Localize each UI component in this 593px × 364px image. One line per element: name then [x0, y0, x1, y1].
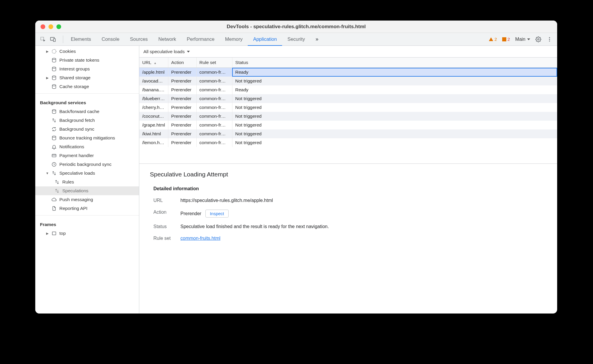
sidebar-item-bfcache[interactable]: Back/forward cache [35, 107, 139, 116]
sidebar-item-rules[interactable]: Rules [35, 178, 139, 186]
issues-count[interactable]: 2 [502, 37, 510, 42]
warnings-count[interactable]: 2 [489, 37, 497, 42]
cell-status: Not triggered [232, 121, 557, 129]
col-action[interactable]: Action [168, 58, 196, 68]
sidebar-item-periodic-sync[interactable]: Periodic background sync [35, 160, 139, 169]
zoom-icon[interactable] [56, 24, 61, 29]
cloud-icon [51, 197, 57, 203]
speculations-panel: All speculative loads URL▲ Action Rule s… [139, 46, 557, 314]
cell-url: /blueberr… [139, 94, 168, 103]
window-controls [35, 24, 61, 29]
database-icon [51, 135, 57, 141]
sidebar-item-payment[interactable]: Payment handler [35, 151, 139, 160]
cell-url: /lemon.h… [139, 138, 168, 147]
table-row[interactable]: /blueberr…Prerendercommon-fr…Not trigger… [139, 94, 557, 103]
table-row[interactable]: /coconut…Prerendercommon-fr…Not triggere… [139, 112, 557, 121]
svg-point-7 [52, 49, 56, 53]
sidebar-item-bounce[interactable]: Bounce tracking mitigations [35, 134, 139, 142]
issue-icon [502, 37, 506, 41]
sidebar-item-private-tokens[interactable]: Private state tokens [35, 56, 139, 65]
sidebar-item-reporting-api[interactable]: Reporting API [35, 204, 139, 213]
sidebar-item-frame-top[interactable]: ▶ top [35, 229, 139, 238]
sidebar-item-shared-storage[interactable]: ▶ Shared storage [35, 73, 139, 82]
label-action: Action [153, 210, 173, 218]
speculations-table: URL▲ Action Rule set Status /apple.htmlP… [139, 58, 557, 164]
cell-ruleset: common-fr… [196, 129, 232, 138]
label-ruleset: Rule set [153, 236, 173, 241]
detail-url: https://speculative-rules.glitch.me/appl… [180, 198, 273, 203]
detail-ruleset-link[interactable]: common-fruits.html [180, 236, 220, 241]
cell-action: Prerender [168, 103, 196, 112]
database-icon [51, 84, 57, 90]
tab-performance[interactable]: Performance [181, 33, 220, 45]
col-status[interactable]: Status [232, 58, 557, 68]
tab-network[interactable]: Network [153, 33, 182, 45]
database-icon [51, 109, 57, 114]
sidebar-item-speculative-loads[interactable]: ▼ Speculative loads [35, 169, 139, 178]
inspect-button[interactable]: Inspect [205, 210, 228, 218]
sidebar-item-bg-sync[interactable]: Background sync [35, 125, 139, 134]
sidebar-item-speculations[interactable]: Speculations [35, 186, 139, 195]
svg-point-9 [52, 67, 56, 68]
details-pane: Speculative Loading Attempt Detailed inf… [139, 164, 557, 314]
cookie-icon [51, 48, 57, 54]
minimize-icon[interactable] [48, 24, 53, 29]
frame-selector[interactable]: Main [515, 37, 530, 42]
database-icon [51, 57, 57, 63]
sync-icon [51, 126, 57, 132]
sidebar-item-cookies[interactable]: ▶ Cookies [35, 47, 139, 56]
tab-overflow[interactable]: » [310, 33, 323, 45]
sort-asc-icon: ▲ [154, 61, 157, 65]
table-row[interactable]: /lemon.h…Prerendercommon-fr…Not triggere… [139, 138, 557, 147]
cell-action: Prerender [168, 85, 196, 94]
settings-icon[interactable] [535, 36, 541, 42]
application-sidebar: ▶ Cookies Private state tokens Interest … [35, 46, 139, 314]
table-row[interactable]: /apple.htmlPrerendercommon-fr…Ready [139, 68, 557, 77]
tab-sources[interactable]: Sources [125, 33, 153, 45]
sidebar-item-cache-storage[interactable]: Cache storage [35, 82, 139, 91]
devtools-window: DevTools - speculative-rules.glitch.me/c… [35, 21, 557, 314]
cell-ruleset: common-fr… [196, 77, 232, 85]
svg-rect-16 [52, 232, 56, 235]
cell-ruleset: common-fr… [196, 85, 232, 94]
tab-application[interactable]: Application [248, 33, 282, 45]
details-heading: Speculative Loading Attempt [150, 171, 547, 178]
col-url[interactable]: URL▲ [139, 58, 168, 68]
table-row[interactable]: /avocad…Prerendercommon-fr…Not triggered [139, 77, 557, 85]
filter-dropdown[interactable]: All speculative loads [139, 46, 557, 58]
svg-point-6 [549, 41, 550, 41]
detail-status: Speculative load finished and the result… [180, 224, 329, 229]
credit-card-icon [51, 153, 57, 159]
table-row[interactable]: /grape.htmlPrerendercommon-fr…Not trigge… [139, 121, 557, 129]
table-row[interactable]: /cherry.h…Prerendercommon-fr…Not trigger… [139, 103, 557, 112]
tab-security[interactable]: Security [282, 33, 310, 45]
inspect-element-icon[interactable] [40, 36, 46, 42]
cell-action: Prerender [168, 121, 196, 129]
cell-status: Not triggered [232, 94, 557, 103]
cell-ruleset: common-fr… [196, 112, 232, 121]
chevron-down-icon [187, 51, 190, 53]
tab-console[interactable]: Console [96, 33, 125, 45]
sidebar-item-bg-fetch[interactable]: Background fetch [35, 116, 139, 125]
more-icon[interactable] [547, 36, 552, 42]
cell-status: Not triggered [232, 112, 557, 121]
cell-status: Ready [232, 68, 557, 77]
device-toolbar-icon[interactable] [50, 36, 56, 42]
sidebar-item-push[interactable]: Push messaging [35, 195, 139, 204]
panel-tabs: Elements Console Sources Network Perform… [66, 33, 323, 45]
sidebar-heading-background: Background services [35, 96, 139, 107]
close-icon[interactable] [41, 24, 45, 29]
svg-rect-2 [53, 38, 56, 41]
tab-elements[interactable]: Elements [66, 33, 96, 45]
svg-point-11 [52, 85, 56, 86]
sidebar-item-interest-groups[interactable]: Interest groups [35, 65, 139, 73]
col-ruleset[interactable]: Rule set [196, 58, 232, 68]
table-row[interactable]: /kiwi.htmlPrerendercommon-fr…Not trigger… [139, 129, 557, 138]
table-row[interactable]: /banana.…Prerendercommon-fr…Ready [139, 85, 557, 94]
tab-memory[interactable]: Memory [220, 33, 248, 45]
cell-url: /banana.… [139, 85, 168, 94]
cell-status: Not triggered [232, 138, 557, 147]
clock-icon [51, 161, 57, 167]
sidebar-item-notifications[interactable]: Notifications [35, 142, 139, 151]
titlebar: DevTools - speculative-rules.glitch.me/c… [35, 21, 557, 33]
